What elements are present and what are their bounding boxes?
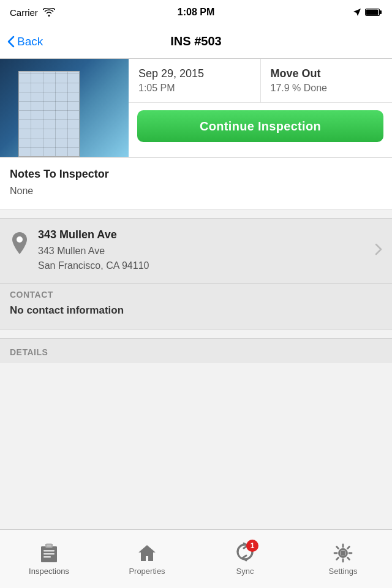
svg-point-15 bbox=[341, 551, 345, 555]
address-name: 343 Mullen Ave bbox=[38, 228, 382, 241]
status-bar-right bbox=[353, 8, 382, 17]
svg-rect-8 bbox=[43, 550, 55, 552]
location-icon bbox=[353, 8, 361, 17]
tab-sync-label: Sync bbox=[236, 567, 254, 576]
main-content: Sep 29, 2015 1:05 PM Move Out 17.9 % Don… bbox=[0, 59, 392, 529]
svg-rect-10 bbox=[43, 556, 51, 558]
inspection-percent: 17.9 % Done bbox=[271, 83, 383, 94]
inspection-card: Sep 29, 2015 1:05 PM Move Out 17.9 % Don… bbox=[0, 59, 392, 157]
tab-properties-label: Properties bbox=[129, 567, 165, 576]
back-label: Back bbox=[17, 35, 43, 48]
nav-bar: Back INS #503 bbox=[0, 24, 392, 59]
building-illustration bbox=[18, 71, 80, 157]
notes-section: Notes To Inspector None bbox=[0, 157, 392, 209]
tab-settings[interactable]: Settings bbox=[294, 530, 392, 588]
status-bar-time: 1:08 PM bbox=[178, 7, 214, 18]
property-image bbox=[0, 59, 129, 157]
tab-inspections[interactable]: Inspections bbox=[0, 530, 98, 588]
address-line2: San Francisco, CA 94110 bbox=[38, 258, 382, 273]
svg-rect-12 bbox=[47, 545, 51, 546]
clipboard-icon bbox=[39, 543, 59, 564]
notes-content: None bbox=[10, 186, 382, 197]
address-chevron-icon bbox=[375, 243, 382, 259]
status-bar-left: Carrier bbox=[10, 7, 55, 18]
svg-rect-1 bbox=[380, 10, 382, 14]
sync-icon: 1 bbox=[235, 543, 255, 564]
home-icon bbox=[137, 543, 157, 564]
details-section: DETAILS bbox=[0, 338, 392, 363]
tab-inspections-label: Inspections bbox=[29, 567, 69, 576]
status-bar: Carrier 1:08 PM bbox=[0, 0, 392, 24]
contact-value: No contact information bbox=[10, 304, 382, 317]
back-chevron-icon bbox=[7, 36, 15, 48]
gear-icon bbox=[333, 543, 353, 564]
address-line1: 343 Mullen Ave bbox=[38, 244, 382, 258]
date-cell: Sep 29, 2015 1:05 PM bbox=[129, 59, 261, 102]
info-row-top: Sep 29, 2015 1:05 PM Move Out 17.9 % Don… bbox=[129, 59, 392, 103]
nav-title: INS #503 bbox=[170, 34, 221, 48]
tab-properties[interactable]: Properties bbox=[98, 530, 196, 588]
address-info: 343 Mullen Ave 343 Mullen Ave San Franci… bbox=[38, 228, 382, 273]
inspection-time: 1:05 PM bbox=[138, 83, 251, 94]
wifi-icon bbox=[43, 8, 55, 17]
inspection-type: Move Out bbox=[271, 67, 383, 80]
details-label: DETAILS bbox=[10, 347, 382, 357]
notes-title: Notes To Inspector bbox=[10, 168, 382, 181]
inspection-date: Sep 29, 2015 bbox=[138, 67, 251, 80]
info-cells: Sep 29, 2015 1:05 PM Move Out 17.9 % Don… bbox=[129, 59, 392, 157]
svg-rect-2 bbox=[366, 10, 379, 15]
svg-rect-9 bbox=[43, 553, 55, 555]
battery-icon bbox=[365, 8, 382, 17]
type-cell: Move Out 17.9 % Done bbox=[261, 59, 393, 102]
contact-label: CONTACT bbox=[10, 290, 382, 300]
location-pin-icon bbox=[10, 231, 29, 257]
continue-inspection-button[interactable]: Continue Inspection bbox=[137, 110, 383, 142]
sync-badge: 1 bbox=[246, 540, 258, 552]
address-section[interactable]: 343 Mullen Ave 343 Mullen Ave San Franci… bbox=[0, 218, 392, 284]
tab-sync[interactable]: 1 Sync bbox=[196, 530, 294, 588]
back-button[interactable]: Back bbox=[7, 35, 43, 48]
tab-bar: Inspections Properties 1 Sync bbox=[0, 529, 392, 588]
tab-settings-label: Settings bbox=[329, 567, 358, 576]
contact-section: CONTACT No contact information bbox=[0, 284, 392, 330]
carrier-label: Carrier bbox=[10, 7, 38, 18]
svg-point-3 bbox=[17, 236, 23, 243]
continue-btn-row: Continue Inspection bbox=[129, 103, 392, 149]
